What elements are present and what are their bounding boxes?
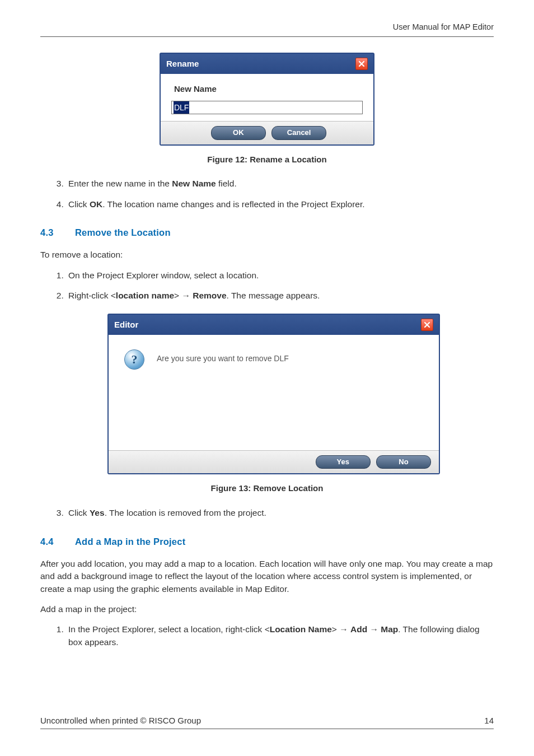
list-item: Enter the new name in the New Name field…: [66, 178, 494, 190]
step-list-rename-continued: Enter the new name in the New Name field…: [40, 178, 494, 211]
ok-button[interactable]: OK: [211, 126, 266, 140]
rename-title: Rename: [166, 58, 199, 70]
editor-titlebar: Editor: [109, 315, 439, 335]
rename-dialog: Rename New Name DLF OK Cancel: [160, 53, 374, 146]
no-button[interactable]: No: [376, 455, 431, 469]
running-header: User Manual for MAP Editor: [40, 21, 494, 37]
question-icon: ?: [124, 349, 144, 370]
editor-dialog: Editor ? Are you sure you want to remove…: [107, 314, 440, 475]
rename-titlebar: Rename: [161, 54, 373, 74]
section-4-3-intro: To remove a location:: [40, 249, 494, 261]
step-list-remove-continued: Click Yes. The location is removed from …: [40, 507, 494, 519]
figure-12-caption: Figure 12: Rename a Location: [40, 153, 494, 166]
list-item: In the Project Explorer, select a locati…: [66, 623, 494, 648]
yes-button[interactable]: Yes: [316, 455, 371, 469]
step-list-remove: On the Project Explorer window, select a…: [40, 269, 494, 302]
cancel-button[interactable]: Cancel: [271, 126, 326, 140]
new-name-label: New Name: [174, 83, 364, 95]
page-footer: Uncontrolled when printed © RISCO Group …: [40, 715, 494, 729]
figure-13-caption: Figure 13: Remove Location: [40, 482, 494, 494]
section-4-4-body: After you add location, you may add a ma…: [40, 558, 494, 595]
section-4-3-heading: 4.3Remove the Location: [40, 226, 494, 240]
list-item: Right-click <location name> → Remove. Th…: [66, 290, 494, 302]
footer-page-number: 14: [484, 715, 494, 727]
section-4-4-lead: Add a map in the project:: [40, 603, 494, 615]
list-item: On the Project Explorer window, select a…: [66, 269, 494, 282]
step-list-add-map: In the Project Explorer, select a locati…: [40, 623, 494, 648]
footer-left: Uncontrolled when printed © RISCO Group: [40, 715, 201, 727]
section-4-4-heading: 4.4Add a Map in the Project: [40, 535, 494, 549]
editor-message: Are you sure you want to remove DLF: [157, 353, 289, 364]
list-item: Click Yes. The location is removed from …: [66, 507, 494, 519]
list-item: Click OK. The location name changes and …: [66, 198, 494, 211]
new-name-input[interactable]: DLF: [171, 101, 363, 114]
close-icon[interactable]: [421, 319, 433, 331]
editor-title: Editor: [114, 319, 138, 331]
close-icon[interactable]: [355, 58, 368, 70]
